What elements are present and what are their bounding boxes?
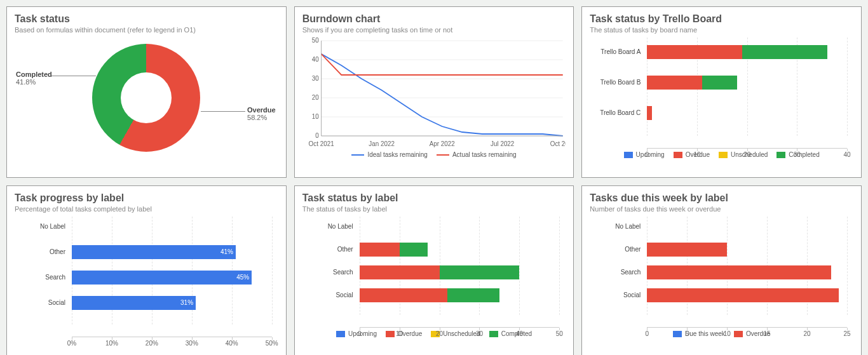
x-axis: 01020304050 [360,327,560,328]
bar-row [647,106,847,120]
legend-item-actual: Actual tasks remaining [437,151,517,158]
card-title: Burndown chart [302,13,566,25]
svg-text:Apr 2022: Apr 2022 [429,140,454,147]
callout-completed: Completed 41.8% [16,70,52,86]
card-status-by-board: Task status by Trello Board The status o… [581,6,862,178]
stacked-bar-chart: 01020304050No Label Other Search Social [302,217,566,328]
svg-text:0: 0 [315,132,319,139]
svg-text:Jul 2022: Jul 2022 [491,140,515,147]
bar-segment [647,76,702,90]
legend-item-overdue: Overdue [674,151,710,158]
bar-row [647,220,847,234]
callout-line-left [51,76,96,76]
category-label: Trello Board A [590,45,644,59]
bar-segment [360,243,400,257]
x-axis: 0510152025 [647,327,847,328]
card-subtitle: Number of tasks due this week or overdue [590,205,853,213]
bar-segment [742,45,827,59]
category-label: Social [302,288,356,302]
legend-item-completed: Completed [489,330,532,337]
category-label: No Label [590,220,644,234]
legend-item-upcoming: Upcoming [624,151,665,158]
category-label: Social [15,296,69,310]
legend: Ideal tasks remaining Actual tasks remai… [302,151,566,158]
svg-text:10: 10 [311,113,318,120]
bar-segment [360,288,447,302]
callout-line-right [201,111,245,112]
bar-chart: 0%10%20%30%40%50%No Label Other 41% Sear… [15,217,278,337]
category-label: Other [590,243,644,257]
card-title: Task progress by label [15,192,278,204]
category-label: Social [590,288,644,302]
card-title: Task status by label [302,192,566,204]
bar-row [647,288,847,302]
bar-segment [647,265,831,279]
svg-text:40: 40 [311,56,318,63]
category-label: Search [302,265,356,279]
category-label: Other [302,243,356,257]
svg-text:Oct 2022: Oct 2022 [550,140,566,147]
bar-segment [440,265,520,279]
callout-overdue: Overdue 58.2% [247,106,276,121]
bar-row [647,265,847,279]
bar-segment [400,243,428,257]
bar-segment [647,106,652,120]
bar-segment [702,76,737,90]
bar-segment [647,288,839,302]
svg-text:30: 30 [311,75,318,82]
bar-segment [72,245,236,259]
legend-item-ideal: Ideal tasks remaining [351,151,428,158]
stacked-bar-chart: 010203040Trello Board A Trello Board B T… [590,37,853,149]
category-label: Search [590,265,644,279]
stacked-bar-chart: 0510152025No Label Other Search Social [590,217,853,328]
bar-row [360,220,560,234]
category-label: Trello Board C [590,106,644,120]
dashboard-grid: Task status Based on formulas within doc… [0,0,868,355]
bar-row [72,220,272,234]
legend: Upcoming Overdue Unscheduled Completed [590,151,853,158]
svg-text:Oct 2021: Oct 2021 [308,140,334,147]
donut-chart: Completed 41.8% Overdue 58.2% [15,37,278,158]
bar-segment [72,271,252,285]
card-task-status: Task status Based on formulas within doc… [6,6,287,178]
svg-text:20: 20 [311,94,318,101]
category-label: Search [15,271,69,285]
category-label: No Label [15,220,69,234]
bar-row [72,296,272,310]
x-axis: 010203040 [647,148,847,149]
card-title: Task status [15,13,278,25]
svg-text:Jan 2022: Jan 2022 [369,140,395,147]
bar-row [360,265,560,279]
card-progress-by-label: Task progress by label Percentage of tot… [6,185,287,355]
card-subtitle: The status of tasks by label [302,205,566,213]
bar-segment [72,296,196,310]
category-label: Other [15,245,69,259]
bar-row [647,243,847,257]
bar-segment [647,243,727,257]
bar-segment [447,288,499,302]
card-subtitle: The status of tasks by board name [590,26,853,34]
bar-row [647,76,847,90]
line-chart: 01020304050Oct 2021Jan 2022Apr 2022Jul 2… [302,37,566,149]
legend-item-overdue: Overdue [386,330,422,337]
card-status-by-label: Task status by label The status of tasks… [294,185,574,355]
donut-graphic [92,44,200,152]
card-title: Tasks due this week by label [590,192,853,204]
bar-row [72,245,272,259]
svg-text:50: 50 [311,37,318,44]
card-subtitle: Based on formulas within document (refer… [15,26,278,34]
x-axis: 0%10%20%30%40%50% [72,337,272,337]
legend-item-due-this-week: Due this week [673,330,725,337]
legend-item-upcoming: Upcoming [336,330,377,337]
legend: Upcoming Overdue Unscheduled Completed [302,330,566,337]
bar-row [72,271,272,285]
category-label: Trello Board B [590,76,644,90]
card-due-this-week: Tasks due this week by label Number of t… [581,185,862,355]
card-title: Task status by Trello Board [590,13,853,25]
bar-row [360,243,560,257]
card-subtitle: Shows if you are completing tasks on tim… [302,26,566,34]
card-burndown: Burndown chart Shows if you are completi… [294,6,574,178]
bar-segment [360,265,440,279]
category-label: No Label [302,220,356,234]
legend: Due this week Overdue [590,330,853,337]
